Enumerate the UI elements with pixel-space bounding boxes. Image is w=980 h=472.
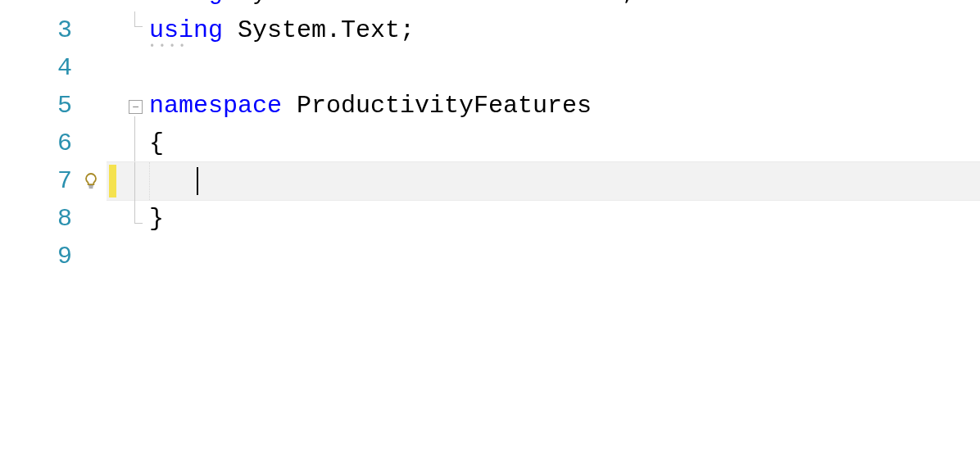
- code-text-area[interactable]: {: [107, 125, 980, 162]
- line-number: 3: [57, 11, 72, 49]
- gutter: 3: [0, 11, 107, 49]
- line-number: 4: [57, 49, 72, 87]
- code-text-area[interactable]: }: [107, 200, 980, 238]
- gutter: 7: [0, 162, 107, 200]
- outline-guide: [134, 223, 143, 224]
- code-line: 9: [0, 238, 980, 275]
- token-keyword: using: [149, 0, 223, 7]
- gutter: 8: [0, 200, 107, 238]
- line-number: 5: [57, 87, 72, 125]
- token-keyword: using: [149, 16, 223, 44]
- token-keyword: namespace: [149, 92, 282, 120]
- code-text-area[interactable]: [107, 49, 980, 87]
- code-line: 6 {: [0, 125, 980, 162]
- token: System.Collections.Generic;: [238, 0, 636, 7]
- code-editor-view[interactable]: using System.Collections.Generic; 3 usin…: [0, 0, 980, 472]
- gutter: [0, 0, 107, 11]
- token-brace: {: [149, 129, 164, 157]
- svg-rect-0: [88, 185, 93, 187]
- code-text-area[interactable]: [107, 162, 980, 200]
- text-caret: [197, 167, 198, 195]
- outline-guide: [134, 116, 135, 162]
- code-line-current: 7: [0, 162, 980, 200]
- code-line: 4: [0, 49, 980, 87]
- code-line: using System.Collections.Generic;: [0, 0, 980, 11]
- outline-guide: [134, 26, 143, 27]
- code-line: 3 using System.Text; ••••: [0, 11, 980, 49]
- gutter: 5: [0, 87, 107, 125]
- line-number: 8: [57, 200, 72, 238]
- token-identifier: ProductivityFeatures: [297, 92, 592, 120]
- fold-toggle[interactable]: −: [129, 100, 143, 114]
- code-text-area[interactable]: using System.Text; ••••: [107, 11, 980, 49]
- token-brace: }: [149, 205, 164, 233]
- code-text-area[interactable]: [107, 238, 980, 275]
- line-number: 9: [57, 238, 72, 275]
- token: System.Text;: [238, 16, 415, 44]
- indent-guide: [149, 162, 151, 200]
- code-line: 5 − namespace ProductivityFeatures: [0, 87, 980, 125]
- outline-guide: [134, 200, 135, 223]
- line-number: 7: [57, 162, 72, 200]
- lightbulb-icon[interactable]: [81, 171, 101, 191]
- gutter: 9: [0, 238, 107, 275]
- gutter: 4: [0, 49, 107, 87]
- code-text-area[interactable]: − namespace ProductivityFeatures: [107, 87, 980, 125]
- outline-guide: [134, 162, 135, 200]
- code-line: 8 }: [0, 200, 980, 238]
- code-text-area[interactable]: using System.Collections.Generic;: [107, 0, 980, 11]
- svg-rect-1: [89, 187, 93, 188]
- outline-guide: [134, 11, 135, 26]
- gutter: 6: [0, 125, 107, 162]
- line-number: 6: [57, 125, 72, 162]
